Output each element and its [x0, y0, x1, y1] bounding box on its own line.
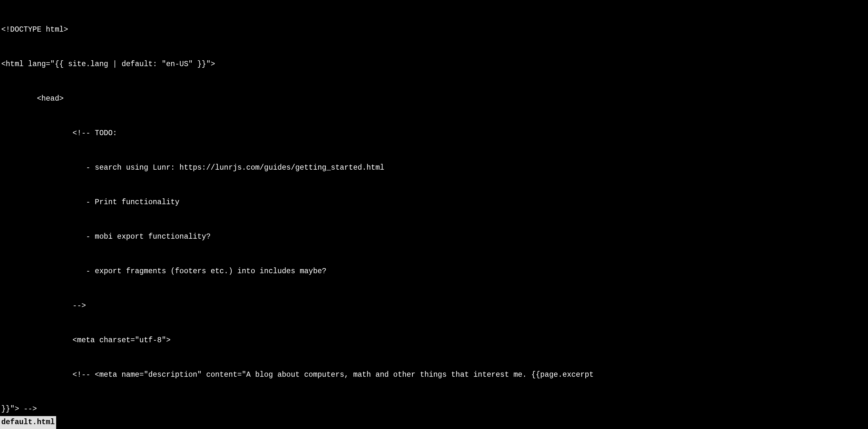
code-line: <html lang="{{ site.lang | default: "en-…: [1, 59, 867, 70]
code-line: - export fragments (footers etc.) into i…: [1, 266, 867, 277]
code-line: <!-- TODO:: [1, 128, 867, 139]
code-line: <!DOCTYPE html>: [1, 24, 867, 36]
code-line: - Print functionality: [1, 197, 867, 208]
editor-content[interactable]: <!DOCTYPE html> <html lang="{{ site.lang…: [0, 0, 868, 429]
code-line: <head>: [1, 93, 867, 105]
code-line: <meta charset="utf-8">: [1, 335, 867, 346]
status-bar-filename: default.html: [0, 416, 56, 429]
code-line: <!-- <meta name="description" content="A…: [1, 369, 867, 381]
code-line: - search using Lunr: https://lunrjs.com/…: [1, 162, 867, 174]
code-line: }}"> -->: [1, 403, 867, 415]
code-line: -->: [1, 300, 867, 312]
code-line: - mobi export functionality?: [1, 231, 867, 243]
